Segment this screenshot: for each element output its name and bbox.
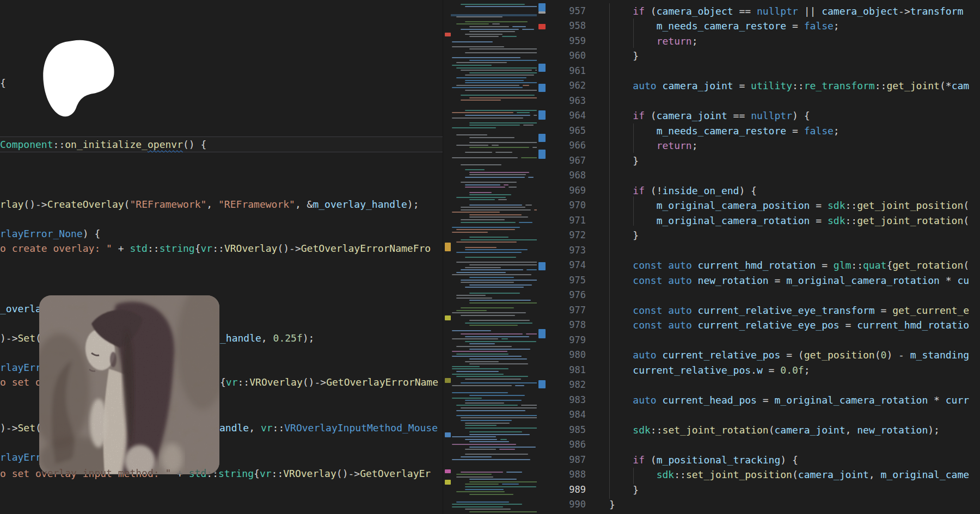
- line-number[interactable]: 976: [569, 288, 586, 302]
- line-number[interactable]: 975: [569, 273, 586, 288]
- code-line[interactable]: o create overlay: " + std::string{vr::VR…: [0, 241, 431, 256]
- code-line[interactable]: o set overlay input method: " + std::str…: [39, 466, 219, 474]
- line-number[interactable]: 981: [569, 363, 586, 377]
- code-line[interactable]: m_needs_camera_restore = false;: [609, 18, 840, 33]
- right-editor-pane[interactable]: if (camera_object == nullptr || camera_o…: [589, 0, 980, 514]
- minimap-line: [469, 302, 543, 304]
- line-number[interactable]: 974: [569, 258, 586, 273]
- code-line[interactable]: current_relative_pos.w = 0.0f;: [609, 363, 810, 377]
- line-number[interactable]: 985: [569, 423, 586, 437]
- code-line[interactable]: sdk::set_joint_position(camera_joint, m_…: [609, 467, 969, 482]
- line-number[interactable]: 971: [569, 213, 586, 228]
- minimap-line: [469, 36, 499, 37]
- code-line[interactable]: }: [609, 48, 639, 63]
- minimap-line: [461, 407, 537, 408]
- line-number[interactable]: 958: [569, 18, 586, 33]
- line-number[interactable]: 968: [569, 168, 586, 183]
- line-number[interactable]: 989: [569, 482, 586, 497]
- code-line[interactable]: const auto current_relative_eye_pos = cu…: [609, 318, 969, 332]
- line-number[interactable]: 986: [569, 437, 586, 452]
- code-token: sdk: [633, 424, 651, 436]
- code-line[interactable]: auto current_relative_pos = (get_positio…: [609, 348, 969, 362]
- minimap-line: [456, 262, 541, 263]
- code-line[interactable]: }: [609, 228, 639, 243]
- code-line[interactable]: sdk::set_joint_rotation(camera_joint, ne…: [609, 423, 940, 437]
- minimap[interactable]: [451, 0, 548, 514]
- line-number[interactable]: 979: [569, 333, 586, 348]
- line-number[interactable]: 967: [569, 153, 586, 168]
- line-number[interactable]: 960: [569, 48, 586, 63]
- code-line[interactable]: )->Set(: [0, 331, 41, 345]
- code-line[interactable]: return;: [609, 138, 698, 153]
- code-line[interactable]: Component::on_initialize_openvr() {: [0, 137, 206, 152]
- line-number[interactable]: 963: [569, 94, 586, 108]
- code-line[interactable]: _handle, 0.25f);: [220, 331, 314, 345]
- minimap-viewport-indicator[interactable]: [451, 14, 548, 16]
- code-line[interactable]: )->Set(: [0, 420, 41, 435]
- code-token: rlayErr: [0, 451, 41, 463]
- line-number[interactable]: 978: [569, 318, 586, 332]
- line-number[interactable]: 969: [569, 183, 586, 198]
- code-token: .: [751, 364, 757, 376]
- code-line[interactable]: rlayErr: [0, 450, 41, 465]
- code-line[interactable]: andle, vr::VROverlayInputMethod_Mouse: [219, 420, 438, 435]
- code-line[interactable]: {: [0, 76, 6, 90]
- left-overview-ruler[interactable]: [443, 0, 451, 514]
- code-line[interactable]: if (!inside_on_end) {: [609, 183, 757, 198]
- code-token: const auto: [633, 259, 691, 271]
- minimap-line: [500, 439, 507, 440]
- code-token: std: [189, 467, 207, 474]
- line-number[interactable]: 970: [569, 198, 586, 213]
- minimap-line: [456, 85, 519, 86]
- code-line[interactable]: _overla: [0, 301, 41, 316]
- line-number[interactable]: 962: [569, 78, 586, 93]
- line-number[interactable]: 983: [569, 393, 586, 407]
- code-line[interactable]: if (m_positional_tracking) {: [609, 453, 798, 467]
- line-number[interactable]: 973: [569, 243, 586, 258]
- overview-annotation-column[interactable]: [537, 0, 548, 514]
- line-number[interactable]: 980: [569, 348, 586, 362]
- line-number[interactable]: 961: [569, 64, 586, 78]
- code-token: vr: [201, 243, 213, 254]
- code-token: nullptr: [757, 5, 798, 17]
- line-number[interactable]: 966: [569, 138, 586, 153]
- code-line[interactable]: return;: [609, 34, 698, 48]
- line-number[interactable]: 959: [569, 34, 586, 48]
- code-line[interactable]: const auto current_hmd_rotation = glm::q…: [609, 258, 969, 273]
- code-line[interactable]: auto current_head_pos = m_original_camer…: [609, 393, 969, 407]
- code-line[interactable]: rlayError_None) {: [0, 226, 100, 241]
- code-line[interactable]: {vr::VROverlay()->GetOverlayErrorName: [220, 375, 438, 389]
- code-line[interactable]: if (camera_object == nullptr || camera_o…: [609, 4, 963, 18]
- code-line[interactable]: const auto current_relative_eye_transfor…: [609, 303, 969, 318]
- code-line[interactable]: rlayErr: [0, 360, 41, 375]
- line-number[interactable]: 984: [569, 407, 586, 422]
- code-line[interactable]: o set o: [0, 375, 41, 389]
- code-token: vr: [226, 376, 238, 388]
- line-number[interactable]: 965: [569, 123, 586, 138]
- code-line[interactable]: }: [609, 497, 615, 512]
- code-line[interactable]: rlay()->CreateOverlay("REFramework", "RE…: [0, 197, 419, 212]
- line-number[interactable]: 988: [569, 467, 586, 482]
- code-line[interactable]: }: [609, 482, 639, 497]
- minimap-line: [452, 157, 518, 158]
- code-line[interactable]: const auto new_rotation = m_original_cam…: [609, 273, 969, 288]
- line-number[interactable]: 972: [569, 228, 586, 243]
- minimap-line: [469, 216, 528, 218]
- code-line[interactable]: m_needs_camera_restore = false;: [609, 123, 840, 138]
- minimap-line: [456, 371, 499, 372]
- code-token: on_initialize_: [65, 139, 148, 150]
- line-number-gutter[interactable]: 9579589599609619629639649659669679689699…: [548, 0, 590, 514]
- code-line[interactable]: }: [609, 153, 639, 168]
- code-line[interactable]: m_original_camera_position = sdk::get_jo…: [609, 198, 969, 213]
- line-number[interactable]: 982: [569, 377, 586, 392]
- line-number[interactable]: 957: [569, 4, 586, 18]
- code-line[interactable]: m_original_camera_rotation = sdk::get_jo…: [609, 213, 969, 228]
- code-line[interactable]: if (camera_joint == nullptr) {: [609, 108, 810, 123]
- line-number[interactable]: 977: [569, 303, 586, 318]
- line-number[interactable]: 990: [569, 497, 586, 512]
- code-token: ) {: [83, 228, 101, 239]
- line-number[interactable]: 987: [569, 453, 586, 467]
- code-line[interactable]: auto camera_joint = utility::re_transfor…: [609, 78, 969, 93]
- code-token: const auto: [633, 275, 691, 286]
- line-number[interactable]: 964: [569, 108, 586, 123]
